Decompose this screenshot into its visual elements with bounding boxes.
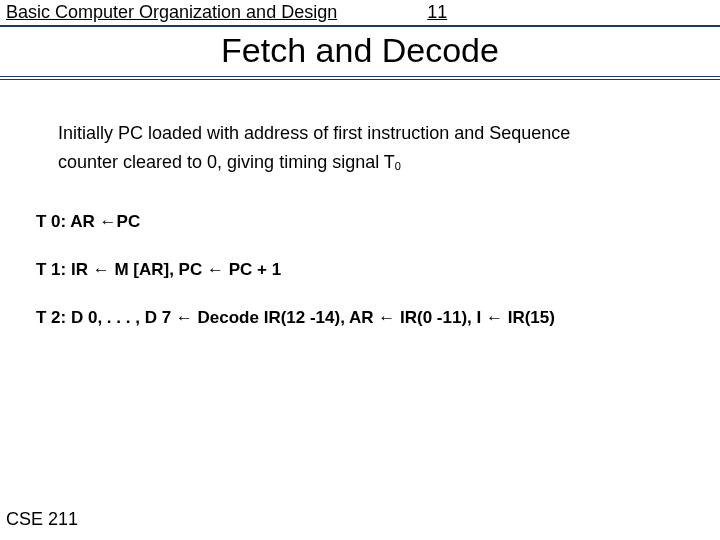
intro-subscript: 0 (395, 160, 401, 172)
intro-line-2: counter cleared to 0, giving timing sign… (58, 151, 676, 174)
step-t1: T 1: IR ← M [AR], PC ← PC + 1 (36, 260, 676, 280)
title-band: Fetch and Decode (0, 25, 720, 80)
slide-content: Initially PC loaded with address of firs… (0, 80, 720, 328)
slide-footer: CSE 211 (6, 509, 78, 530)
intro-line-1: Initially PC loaded with address of firs… (58, 122, 676, 145)
slide-header: Basic Computer Organization and Design 1… (0, 0, 720, 23)
steps-block: T 0: AR ←PC T 1: IR ← M [AR], PC ← PC + … (36, 212, 676, 328)
intro-line-2-text: counter cleared to 0, giving timing sign… (58, 152, 395, 172)
page-number: 11 (427, 2, 447, 23)
chapter-label: Basic Computer Organization and Design (6, 2, 337, 23)
step-t0: T 0: AR ←PC (36, 212, 676, 232)
step-t2: T 2: D 0, . . . , D 7 ← Decode IR(12 -14… (36, 308, 676, 328)
slide-title: Fetch and Decode (0, 31, 720, 70)
